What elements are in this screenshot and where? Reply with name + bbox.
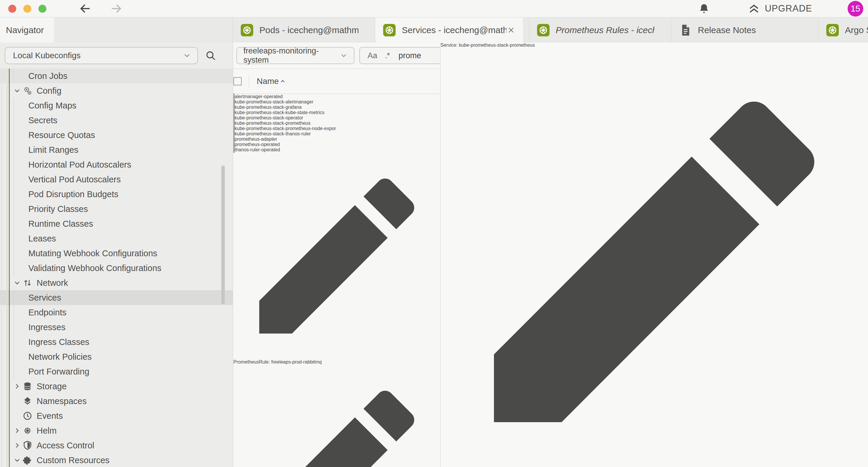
tree-item[interactable]: Cron Jobs [0, 68, 233, 83]
filter-value: prome [399, 51, 421, 60]
table-row[interactable]: kube-prometheus-stack-operator [234, 115, 440, 121]
tree-item-label: Ingresses [28, 322, 66, 332]
tree-item[interactable]: Leases [0, 231, 233, 246]
service-name: alertmanager-operated [235, 94, 283, 99]
service-name: prometheus-operated [235, 142, 280, 147]
kubernetes-cluster-icon [826, 24, 839, 37]
tree-item[interactable]: Secrets [0, 113, 233, 128]
tree-item[interactable]: Config [0, 83, 233, 98]
tree-chevron-icon[interactable] [13, 427, 21, 435]
tree-item[interactable]: Validating Webhook Configurations [0, 261, 233, 275]
tree-item[interactable]: Network [0, 275, 233, 290]
sidebar-search-icon[interactable] [205, 50, 216, 61]
tree-item[interactable]: Resource Quotas [0, 128, 233, 143]
maximize-window-button[interactable] [38, 5, 46, 13]
tree-item[interactable]: Access Control [0, 438, 233, 453]
back-button[interactable] [79, 2, 92, 15]
tree-item-label: Cron Jobs [28, 71, 67, 81]
select-all-checkbox[interactable] [234, 77, 242, 85]
tree-item-label: Ingress Classes [28, 337, 89, 347]
kubernetes-cluster-icon [537, 24, 550, 37]
tree-item-label: Storage [37, 382, 67, 391]
tree-item[interactable]: Port Forwarding [0, 364, 233, 379]
tab[interactable]: Release Notes [671, 18, 818, 42]
edit-pencil-icon[interactable] [440, 48, 868, 467]
table-row[interactable]: kube-prometheus-stack-prometheus-node-ex… [234, 126, 440, 131]
sort-ascending-icon[interactable] [279, 78, 286, 85]
tree-item[interactable]: Vertical Pod Autoscalers [0, 172, 233, 187]
table-row[interactable]: prometheus-operated [234, 142, 440, 147]
tree-item[interactable]: Endpoints [0, 305, 233, 320]
namespace-select[interactable]: freeleaps-monitoring-system [236, 47, 354, 64]
tree-item[interactable]: Runtime Classes [0, 216, 233, 231]
tab[interactable]: Argo Se [818, 18, 868, 42]
table-row[interactable]: kube-prometheus-stack-alertmanager [234, 99, 440, 105]
tab[interactable]: Services - icecheng@math... [375, 18, 524, 42]
tree-item[interactable]: Ingress Classes [0, 334, 233, 349]
tree-item[interactable]: Helm [0, 423, 233, 438]
tree-item-label: Horizontal Pod Autoscalers [28, 160, 131, 170]
tab-close-icon[interactable] [654, 26, 663, 35]
tree-chevron-icon[interactable] [13, 397, 21, 405]
tree-chevron-icon[interactable] [13, 87, 21, 95]
tree-item[interactable]: Services [0, 290, 233, 305]
tree-item-label: Secrets [28, 116, 57, 125]
upgrade-chevrons-icon [748, 3, 760, 14]
forward-button[interactable] [110, 2, 123, 15]
tree-item[interactable]: Mutating Webhook Configurations [0, 246, 233, 261]
tree-indent-guide [9, 68, 10, 467]
tab[interactable]: Prometheus Rules - icecheng... [529, 18, 671, 42]
match-case-toggle[interactable]: Aa [368, 51, 377, 60]
tree-item-label: Port Forwarding [28, 367, 89, 377]
tab-close-icon[interactable] [359, 26, 367, 35]
regex-toggle[interactable]: .* [385, 51, 390, 60]
tab-close-icon[interactable] [507, 26, 516, 35]
minimize-window-button[interactable] [23, 5, 31, 13]
editor-tab-prometheusrule[interactable]: PrometheusRule: freeleaps-prod-rabbitmq [234, 152, 440, 365]
upgrade-button[interactable]: UPGRADE [748, 3, 812, 14]
tree-chevron-icon[interactable] [13, 456, 21, 464]
tree-item[interactable]: Priority Classes [0, 202, 233, 216]
table-row[interactable]: alertmanager-operated [234, 94, 440, 99]
tree-item[interactable]: Horizontal Pod Autoscalers [0, 157, 233, 172]
tree-item-icon [23, 455, 32, 465]
table-row[interactable]: kube-prometheus-stack-prometheus [234, 121, 440, 126]
kubernetes-cluster-icon [679, 24, 692, 37]
tree-item[interactable]: Ingresses [0, 320, 233, 334]
navigator-tab[interactable]: Navigator [0, 18, 54, 42]
table-row[interactable]: kube-prometheus-stack-grafana [234, 105, 440, 110]
table-row[interactable]: kube-prometheus-stack-kube-state-metrics [234, 110, 440, 115]
tree-item[interactable]: Custom Resources [0, 453, 233, 467]
tree-chevron-icon[interactable] [13, 279, 21, 287]
service-name: kube-prometheus-stack-operator [235, 115, 303, 120]
tree-item[interactable]: Config Maps [0, 98, 233, 113]
kubeconfig-select[interactable]: Local Kubeconfigs [5, 47, 198, 64]
tree-item-icon [23, 411, 32, 421]
tree-chevron-icon[interactable] [13, 441, 21, 449]
tree-item[interactable]: Pod Disruption Budgets [0, 187, 233, 202]
tree-item-icon [23, 86, 32, 96]
filter-input[interactable]: Aa .* prome [359, 47, 440, 64]
tree-chevron-icon[interactable] [13, 412, 21, 420]
table-row[interactable]: prometheus-adapter [234, 137, 440, 142]
name-column-header[interactable]: Name [257, 77, 279, 86]
table-row[interactable]: thanos-ruler-operated [234, 147, 440, 152]
editor-tab-partial[interactable] [234, 365, 440, 467]
notification-count-badge[interactable]: 15 [848, 1, 863, 17]
titlebar: UPGRADE 15 [0, 0, 868, 18]
sidebar-scrollbar[interactable] [221, 166, 225, 304]
tree-item[interactable]: Storage [0, 379, 233, 394]
tree-item[interactable]: Events [0, 408, 233, 423]
tree-item-label: Access Control [37, 441, 94, 450]
tree-item-label: Endpoints [28, 308, 66, 317]
tab-close-icon[interactable] [802, 26, 810, 35]
tree-item[interactable]: Network Policies [0, 349, 233, 364]
tree-item[interactable]: Limit Ranges [0, 143, 233, 157]
tree-item-label: Custom Resources [37, 456, 110, 465]
tab[interactable]: Pods - icecheng@mathmas... [233, 18, 375, 42]
notifications-bell-icon[interactable] [698, 3, 710, 14]
table-row[interactable]: kube-prometheus-stack-thanos-ruler [234, 131, 440, 137]
tree-chevron-icon[interactable] [13, 382, 21, 390]
tree-item[interactable]: Namespaces [0, 394, 233, 408]
close-window-button[interactable] [8, 5, 16, 13]
